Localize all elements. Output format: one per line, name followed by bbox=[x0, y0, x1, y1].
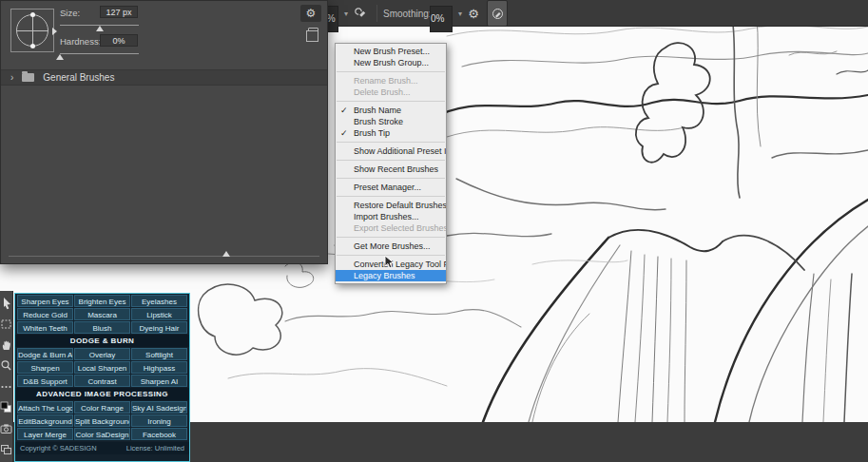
action-button-whiten-teeth[interactable]: Whiten Teeth bbox=[17, 321, 73, 334]
airbrush-icon bbox=[355, 8, 367, 20]
action-button-color-sadesign[interactable]: Color SaDesign bbox=[74, 428, 130, 440]
section-header-advanced-image-processing: ADVANCED IMAGE PROCESSING bbox=[15, 388, 189, 400]
roundness-handle-top[interactable] bbox=[30, 12, 35, 17]
angle-arrow-icon[interactable] bbox=[52, 28, 57, 35]
action-button-contrast[interactable]: Contrast bbox=[74, 375, 130, 387]
roundness-handle-bottom[interactable] bbox=[30, 44, 35, 48]
flow-caret-icon[interactable]: ▾ bbox=[344, 0, 348, 27]
action-button-sharpen[interactable]: Sharpen bbox=[17, 361, 73, 374]
menu-item-rename-brush: Rename Brush... bbox=[336, 75, 446, 87]
size-slider-thumb[interactable] bbox=[96, 26, 104, 31]
action-button-d-b-support[interactable]: D&B Support bbox=[17, 375, 73, 387]
menu-item-import-brushes[interactable]: Import Brushes... bbox=[336, 211, 446, 222]
mouse-cursor bbox=[384, 255, 395, 270]
action-button-dyeing-hair[interactable]: Dyeing Hair bbox=[131, 321, 187, 334]
move-tool-icon[interactable] bbox=[0, 297, 12, 309]
action-row: Dodge & Burn AIOverlaySoftlight bbox=[15, 347, 189, 360]
action-button-sharpen-ai[interactable]: Sharpen AI bbox=[131, 375, 187, 387]
action-button-local-sharpen[interactable]: Local Sharpen bbox=[74, 361, 130, 374]
smoothing-caret-icon[interactable]: ▾ bbox=[458, 0, 462, 27]
menu-item-brush-name[interactable]: ✓Brush Name bbox=[336, 105, 446, 116]
action-button-reduce-gold[interactable]: Reduce Gold bbox=[17, 308, 73, 320]
marquee-tool-icon[interactable] bbox=[0, 318, 12, 330]
zoom-tool-icon[interactable] bbox=[0, 359, 12, 372]
brush-preset-panel: Size: 127 px Hardness: 0% ⚙ › General Br… bbox=[0, 0, 328, 264]
action-button-ironing[interactable]: Ironing bbox=[131, 414, 187, 427]
folder-icon bbox=[22, 73, 34, 82]
menu-item-export-selected-brushes: Export Selected Brushes... bbox=[336, 222, 446, 234]
action-button-softlight[interactable]: Softlight bbox=[131, 348, 187, 360]
menu-item-new-brush-group[interactable]: New Brush Group... bbox=[336, 57, 446, 68]
menu-separator bbox=[337, 160, 445, 161]
action-button-split-background[interactable]: Split Background bbox=[74, 414, 130, 427]
menu-item-show-additional-preset-info[interactable]: Show Additional Preset Info bbox=[336, 145, 446, 157]
action-row: Attach The LogoColor RangeSky AI Sadesig… bbox=[15, 400, 189, 414]
menu-item-preset-manager[interactable]: Preset Manager... bbox=[336, 182, 446, 193]
section-header-dodge-burn: DODGE & BURN bbox=[15, 335, 189, 347]
action-button-dodge-burn-ai[interactable]: Dodge & Burn AI bbox=[17, 348, 73, 360]
brush-roundness-circle bbox=[16, 14, 48, 47]
smoothing-label: Smoothing: bbox=[383, 0, 432, 27]
action-button-eyelashes[interactable]: Eyelashes bbox=[131, 295, 187, 307]
action-button-mascara[interactable]: Mascara bbox=[74, 308, 130, 320]
actions-grid: Sharpen EyesBrighten EyesEyelashesReduce… bbox=[15, 294, 189, 440]
chevron-right-icon[interactable]: › bbox=[10, 72, 13, 83]
hand-tool-icon[interactable] bbox=[0, 338, 12, 351]
brush-group-label: General Brushes bbox=[43, 72, 114, 83]
action-button-attach-the-logo[interactable]: Attach The Logo bbox=[17, 401, 73, 414]
hardness-slider-thumb[interactable] bbox=[56, 54, 64, 60]
screen-mode-icon[interactable] bbox=[0, 443, 12, 455]
menu-item-legacy-brushes[interactable]: Legacy Brushes bbox=[336, 270, 446, 281]
action-button-layer-merge[interactable]: Layer Merge bbox=[17, 428, 73, 440]
smoothing-input[interactable]: 0% bbox=[430, 6, 453, 32]
tablet-pressure-button[interactable] bbox=[487, 0, 508, 27]
hardness-slider-track[interactable] bbox=[60, 53, 139, 54]
action-button-editbackground[interactable]: EditBackground bbox=[17, 414, 73, 427]
pressure-pen-icon bbox=[492, 8, 504, 20]
menu-item-get-more-brushes[interactable]: Get More Brushes... bbox=[336, 241, 446, 252]
gear-icon: ⚙ bbox=[306, 8, 317, 19]
menu-separator bbox=[337, 71, 445, 72]
menu-item-brush-tip[interactable]: ✓Brush Tip bbox=[336, 127, 446, 139]
action-button-overlay[interactable]: Overlay bbox=[74, 348, 130, 360]
new-brush-button[interactable] bbox=[308, 28, 318, 37]
smoothing-options-button[interactable]: ⚙ bbox=[463, 0, 484, 27]
action-row: Layer MergeColor SaDesignFacebook bbox=[15, 427, 189, 440]
menu-item-show-recent-brushes[interactable]: Show Recent Brushes bbox=[336, 164, 446, 175]
ellipsis-icon[interactable] bbox=[0, 380, 12, 393]
brush-panel-menu-button[interactable]: ⚙ bbox=[300, 5, 321, 22]
menu-separator bbox=[337, 178, 445, 179]
action-button-color-range[interactable]: Color Range bbox=[74, 401, 130, 414]
license-text: License: Unlimited bbox=[126, 444, 184, 452]
hardness-input[interactable]: 0% bbox=[100, 34, 138, 47]
separator bbox=[376, 5, 377, 22]
action-row: SharpenLocal SharpenHighpass bbox=[15, 360, 189, 374]
airbrush-style-button[interactable] bbox=[350, 0, 371, 27]
checkmark-icon: ✓ bbox=[340, 127, 348, 139]
size-label: Size: bbox=[60, 8, 80, 18]
checkmark-icon: ✓ bbox=[340, 105, 348, 116]
menu-item-brush-stroke[interactable]: Brush Stroke bbox=[336, 116, 446, 127]
brush-angle-control[interactable] bbox=[10, 9, 54, 52]
size-input[interactable]: 127 px bbox=[100, 6, 138, 18]
menu-separator bbox=[337, 196, 445, 197]
action-row: Whiten TeethBlushDyeing Hair bbox=[15, 320, 189, 334]
action-button-blush[interactable]: Blush bbox=[74, 321, 130, 334]
action-row: Sharpen EyesBrighten EyesEyelashes bbox=[15, 294, 189, 307]
menu-item-new-brush-preset[interactable]: New Brush Preset... bbox=[336, 46, 446, 57]
action-row: EditBackgroundSplit BackgroundIroning bbox=[15, 414, 189, 427]
action-button-sharpen-eyes[interactable]: Sharpen Eyes bbox=[17, 295, 73, 307]
action-button-brighten-eyes[interactable]: Brighten Eyes bbox=[74, 295, 130, 307]
action-button-sky-ai-sadesign[interactable]: Sky AI Sadesign bbox=[131, 401, 187, 414]
brush-group-row[interactable]: › General Brushes bbox=[1, 69, 327, 86]
menu-separator bbox=[337, 237, 445, 238]
action-button-highpass[interactable]: Highpass bbox=[131, 361, 187, 374]
panel-resize-handle[interactable] bbox=[222, 251, 230, 257]
camera-icon[interactable] bbox=[0, 422, 12, 434]
hardness-label: Hardness: bbox=[60, 36, 101, 47]
menu-item-restore-default-brushes[interactable]: Restore Default Brushes... bbox=[336, 200, 446, 211]
color-swatches-icon[interactable] bbox=[0, 401, 12, 414]
action-button-lipstick[interactable]: Lipstick bbox=[131, 308, 187, 320]
action-button-facebook[interactable]: Facebook bbox=[131, 428, 187, 440]
copyright-text: Copyright © SADESIGN bbox=[20, 444, 97, 452]
